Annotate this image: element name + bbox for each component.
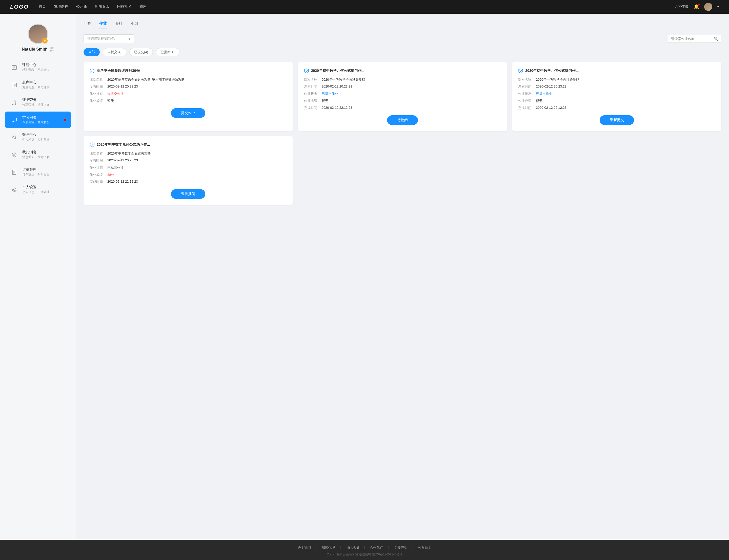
nav-question-bank[interactable]: 题库 xyxy=(139,4,146,10)
filter-btn-reviewed[interactable]: 已批阅(4) xyxy=(156,48,179,56)
nav-home[interactable]: 首页 xyxy=(39,4,46,10)
filter-row: 请选择课程/课程包 ▾ 🔍 xyxy=(83,34,721,43)
card2-status-row: 作业状态 已提交作业 xyxy=(304,92,501,96)
footer-franchise[interactable]: 加盟代理 xyxy=(322,545,335,550)
sidebar-item-certificate[interactable]: 证书荣誉 收获荣誉、持证上岗 xyxy=(5,94,71,111)
card1-status-row: 作业状态 未提交作业 xyxy=(90,92,287,96)
card1-status-value: 未提交作业 xyxy=(107,92,287,96)
view-review-button[interactable]: 查看批阅 xyxy=(171,189,205,199)
tab-questions[interactable]: 问答 xyxy=(83,21,91,29)
card2-title-row: 2020年初中数学几何公式练习作... xyxy=(304,68,501,73)
svg-rect-1 xyxy=(50,48,51,49)
nav-open-course[interactable]: 公开课 xyxy=(76,4,87,10)
notification-bell-icon[interactable]: 🔔 xyxy=(694,4,699,10)
footer-careers[interactable]: 招贤纳士 xyxy=(418,545,431,550)
card3-course-name-row: 课次名称 2020年中考数学全面过关攻略 xyxy=(518,77,715,82)
assignment-card-3: 2020年初中数学几何公式练习作... 课次名称 2020年中考数学全面过关攻略… xyxy=(512,62,721,131)
second-row-cards: 2020年初中数学几何公式练习作... 课次名称 2020年中考数学全面过关攻略… xyxy=(83,136,721,205)
card4-score-value: 88分 xyxy=(107,173,286,177)
sidebar-item-question-bank[interactable]: 题库中心 海量习题、助力通关 xyxy=(5,77,71,93)
card4-title: 2020年初中数学几何公式练习作... xyxy=(97,142,150,147)
submit-homework-button[interactable]: 提交作业 xyxy=(171,108,205,118)
logo: LOGO xyxy=(10,4,29,10)
certificate-text: 证书荣誉 收获荣誉、持证上岗 xyxy=(22,98,50,107)
filter-btn-unsubmitted[interactable]: 未提交(4) xyxy=(103,48,126,56)
card4-title-row: 2020年初中数学几何公式练习作... xyxy=(90,142,286,147)
sidebar-item-study-qa[interactable]: 学习问答 课后重温、疑难解答 xyxy=(5,112,71,128)
account-center-icon xyxy=(10,133,18,141)
search-box: 🔍 xyxy=(668,35,721,43)
question-bank-icon xyxy=(10,81,18,89)
card2-score-row: 作业成绩 暂无 xyxy=(304,99,501,103)
order-mgmt-icon xyxy=(10,168,18,176)
study-qa-text: 学习问答 课后重温、疑难解答 xyxy=(22,115,50,124)
qr-code-icon[interactable] xyxy=(50,47,54,52)
card4-complete-time-row: 完成时间 2020-02-12 22:12:23 xyxy=(90,180,286,184)
sidebar-item-personal-settings[interactable]: 个人设置 个人信息、一键管理 xyxy=(5,181,71,198)
assignment-card-1: 高考英语试卷阅读理解30张 课次名称 2020年高考英语全面过关攻略-第六期零基… xyxy=(83,62,293,131)
svg-rect-7 xyxy=(53,50,53,50)
filter-btn-all[interactable]: 全部 xyxy=(83,48,100,56)
footer-about-us[interactable]: 关于我们 xyxy=(298,545,311,550)
username-row: Natalie Smith xyxy=(22,47,54,52)
sidebar-item-account-center[interactable]: 账户中心 个人权益、实时掌握 xyxy=(5,129,71,145)
card2-publish-time-row: 发布时间 2020-02-12 20:23:23 xyxy=(304,84,501,89)
notification-dot xyxy=(64,119,66,121)
card3-complete-time-row: 完成时间 2020-02-12 22:12:23 xyxy=(518,106,715,110)
nav-news[interactable]: 新闻资讯 xyxy=(95,4,109,10)
content-area: 问答 作业 资料 小组 请选择课程/课程包 ▾ 🔍 全部 未提交(4) 已提交(… xyxy=(76,14,729,540)
shield-icon xyxy=(304,68,309,73)
svg-rect-14 xyxy=(12,83,16,87)
card3-score-row: 作业成绩 暂无 xyxy=(518,99,715,103)
search-input[interactable] xyxy=(671,37,714,41)
avatar-container: ★ xyxy=(28,24,48,44)
assignment-card-4: 2020年初中数学几何公式练习作... 课次名称 2020年中考数学全面过关攻略… xyxy=(83,136,292,205)
footer-partners[interactable]: 合作伙伴 xyxy=(370,545,383,550)
app-download-button[interactable]: APP下载 xyxy=(675,5,689,9)
card4-status-value: 已批阅作业 xyxy=(107,165,286,170)
footer-links: 关于我们 | 加盟代理 | 网站地图 | 合作伙伴 | 免费声明 | 招贤纳士 xyxy=(0,545,729,550)
svg-point-32 xyxy=(13,189,15,190)
resubmit-button[interactable]: 重新提交 xyxy=(600,115,634,125)
course-select-dropdown[interactable]: 请选择课程/课程包 ▾ xyxy=(83,34,134,43)
card4-status-row: 作业状态 已批阅作业 xyxy=(90,165,286,170)
card2-course-name-row: 课次名称 2020年中考数学全面过关攻略 xyxy=(304,77,501,82)
tab-materials[interactable]: 资料 xyxy=(115,21,122,29)
sidebar-item-course-center[interactable]: 课程中心 精彩课程、不容错过 xyxy=(5,59,71,76)
footer-copyright: Copyright© 云朵商学院 版权所有 京ICP备17051340号-1 xyxy=(0,552,729,557)
card1-btn-row: 提交作业 xyxy=(90,108,287,118)
pending-review-button[interactable]: 待批阅 xyxy=(387,115,418,125)
footer: 关于我们 | 加盟代理 | 网站地图 | 合作伙伴 | 免费声明 | 招贤纳士 … xyxy=(0,540,729,560)
shield-icon xyxy=(518,68,523,73)
nav-discover[interactable]: 发现课程 xyxy=(54,4,68,10)
study-qa-icon xyxy=(10,116,18,124)
card1-course-name-row: 课次名称 2020年高考英语全面过关攻略-第六期零基础语法攻略 xyxy=(90,77,287,82)
nav-qa[interactable]: 问答社区 xyxy=(117,4,131,10)
search-icon[interactable]: 🔍 xyxy=(714,37,718,41)
tab-groups[interactable]: 小组 xyxy=(131,21,138,29)
sidebar-item-my-messages[interactable]: 我的消息 消息通知、及时了解 xyxy=(5,146,71,163)
card1-score-row: 作业成绩 暂无 xyxy=(90,99,287,103)
course-center-icon xyxy=(10,63,18,72)
question-bank-text: 题库中心 海量习题、助力通关 xyxy=(22,80,50,90)
order-mgmt-text: 订单管理 订单支出、明明白白 xyxy=(22,167,50,177)
svg-point-21 xyxy=(13,101,15,103)
top-navigation: LOGO 首页 发现课程 公开课 新闻资讯 问答社区 题库 ··· APP下载 … xyxy=(0,0,729,14)
sidebar-menu: 课程中心 精彩课程、不容错过 xyxy=(0,59,76,199)
account-center-text: 账户中心 个人权益、实时掌握 xyxy=(22,133,50,142)
footer-disclaimer[interactable]: 免费声明 xyxy=(394,545,407,550)
tab-homework[interactable]: 作业 xyxy=(99,21,107,29)
nav-more-icon[interactable]: ··· xyxy=(155,4,160,10)
notification-dot xyxy=(698,4,700,6)
avatar[interactable] xyxy=(704,3,712,11)
sidebar: ★ Natalie Smith xyxy=(0,14,76,540)
assignment-card-2: 2020年初中数学几何公式练习作... 课次名称 2020年中考数学全面过关攻略… xyxy=(298,62,507,131)
filter-btn-submitted[interactable]: 已提交(4) xyxy=(129,48,153,56)
sidebar-item-order-mgmt[interactable]: 订单管理 订单支出、明明白白 xyxy=(5,164,71,180)
dropdown-chevron-icon: ▾ xyxy=(129,37,130,41)
chevron-down-icon[interactable]: ▾ xyxy=(717,5,719,9)
footer-sitemap[interactable]: 网站地图 xyxy=(346,545,359,550)
svg-rect-22 xyxy=(12,118,16,121)
avatar-image xyxy=(704,3,712,11)
nav-right: APP下载 🔔 ▾ xyxy=(675,3,719,11)
